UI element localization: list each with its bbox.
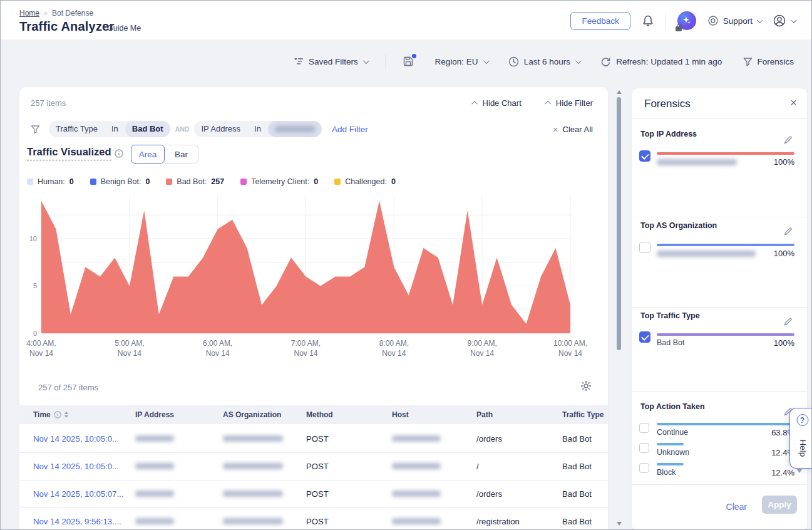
redacted-as-org — [223, 435, 283, 442]
checkbox-top-traffic-type[interactable] — [639, 331, 650, 343]
chevron-down-icon — [483, 58, 489, 64]
column-ip-address[interactable]: IP Address — [135, 410, 223, 419]
help-label: Help — [798, 440, 807, 457]
lock-icon — [676, 26, 682, 31]
sort-icon[interactable] — [64, 412, 68, 418]
chart-legend: Human:0 Benign Bot:0 Bad Bot:257 Telemet… — [27, 177, 396, 186]
items-count: 257 items — [31, 98, 66, 108]
clear-all-button[interactable]: × Clear All — [553, 124, 593, 135]
redacted-as-org — [223, 463, 283, 469]
gear-icon — [580, 380, 592, 392]
checkbox-top-ip[interactable] — [639, 150, 650, 162]
forensics-apply-button[interactable]: Apply — [762, 496, 797, 514]
table-row[interactable]: Nov 14 2025, 9:56:13.... POST /registrat… — [19, 508, 608, 530]
table-row[interactable]: Nov 14 2025, 10:05:0... POST /orders Bad… — [19, 425, 608, 453]
chart-title[interactable]: Traffic Visualized — [27, 146, 111, 160]
forensics-title: Forensics — [644, 98, 691, 110]
breadcrumb: Home › Bot Defense — [19, 9, 93, 18]
table-row[interactable]: Nov 14 2025, 10:05:07... POST /orders Ba… — [19, 481, 608, 508]
column-host[interactable]: Host — [392, 410, 476, 419]
redacted-host — [392, 463, 441, 469]
forensic-bar — [657, 152, 794, 155]
chip-field: Traffic Type — [49, 121, 105, 137]
table-settings-button[interactable] — [580, 380, 592, 392]
cell-method: POST — [306, 517, 392, 526]
filter-chip-ip-address[interactable]: IP Address In — [194, 121, 321, 137]
edit-icon[interactable] — [783, 226, 793, 236]
chevron-down-icon — [363, 58, 369, 64]
forensic-pct: 100% — [774, 338, 794, 348]
forensic-pct: 12.4% — [771, 468, 794, 477]
redacted-host — [392, 491, 441, 497]
table-row[interactable]: Nov 14 2025, 10:05:0... POST / Bad Bot — [19, 453, 608, 481]
guide-me-link[interactable]: Guide Me — [107, 24, 141, 33]
time-range-dropdown[interactable]: Last 6 hours — [508, 56, 580, 67]
forensic-value: Unknown — [657, 448, 689, 457]
svg-text:4:00 AM,: 4:00 AM, — [26, 339, 56, 348]
redacted-host — [392, 518, 441, 524]
table-summary: 257 of 257 items — [38, 383, 98, 392]
info-icon[interactable] — [115, 149, 123, 158]
filter-chip-traffic-type[interactable]: Traffic Type In Bad Bot — [49, 121, 170, 137]
scroll-up-arrow[interactable] — [617, 90, 622, 94]
time-link[interactable]: Nov 14 2025, 10:05:07... — [33, 489, 135, 499]
hide-filter-button[interactable]: Hide Filter — [547, 98, 593, 108]
vertical-scrollbar[interactable] — [616, 88, 622, 530]
chevron-down-icon — [575, 58, 582, 64]
ai-assistant-icon[interactable] — [677, 11, 696, 30]
toggle-area-button[interactable]: Area — [131, 145, 165, 164]
question-mark-icon: ? — [796, 414, 808, 426]
cell-traffic-type: Bad Bot — [562, 517, 608, 526]
time-link[interactable]: Nov 14 2025, 10:05:0... — [33, 462, 135, 471]
forensics-clear-button[interactable]: Clear — [726, 502, 747, 512]
checkbox-action-unknown[interactable] — [639, 443, 649, 453]
bell-icon[interactable] — [642, 14, 654, 27]
hide-chart-button[interactable]: Hide Chart — [473, 98, 522, 108]
svg-text:5: 5 — [33, 282, 37, 289]
support-menu[interactable]: Support — [707, 15, 761, 26]
column-traffic-type[interactable]: Traffic Type — [562, 410, 608, 419]
section-scroll-down-icon[interactable] — [797, 469, 802, 473]
checkbox-top-as-org[interactable] — [639, 242, 650, 253]
chevron-up-icon — [545, 101, 551, 107]
toolbar-divider — [385, 54, 386, 69]
edit-icon[interactable] — [783, 316, 793, 326]
checkbox-action-block[interactable] — [639, 463, 649, 473]
save-filter-button[interactable] — [403, 56, 414, 67]
cell-method: POST — [306, 462, 392, 471]
feedback-button[interactable]: Feedback — [570, 12, 630, 30]
add-filter-button[interactable]: Add Filter — [332, 125, 368, 134]
forensic-value-redacted — [657, 250, 756, 259]
region-dropdown[interactable]: Region: EU — [434, 57, 487, 66]
breadcrumb-home-link[interactable]: Home — [19, 9, 39, 18]
scrollbar-thumb[interactable] — [617, 97, 621, 350]
column-as-organization[interactable]: AS Organization — [223, 410, 306, 419]
traffic-area-chart: 05104:00 AM,Nov 145:00 AM,Nov 146:00 AM,… — [26, 192, 602, 360]
section-title-top-as-org: Top AS Organization — [640, 221, 717, 230]
legend-swatch — [90, 179, 96, 185]
help-tab[interactable]: ? Help — [789, 408, 812, 469]
close-icon[interactable]: × — [790, 96, 797, 110]
legend-item-challenged: Challenged:0 — [334, 177, 396, 186]
column-time[interactable]: Time — [33, 410, 135, 419]
saved-filters-dropdown[interactable]: Saved Filters — [294, 57, 367, 66]
checkbox-action-continue[interactable] — [639, 423, 649, 433]
page-title: Traffic Analyzer — [19, 19, 114, 34]
column-path[interactable]: Path — [476, 410, 562, 419]
time-link[interactable]: Nov 14 2025, 10:05:0... — [33, 434, 135, 444]
legend-swatch — [240, 179, 247, 185]
clock-icon — [508, 56, 519, 67]
hide-chart-label: Hide Chart — [483, 98, 522, 108]
scroll-down-arrow[interactable] — [617, 522, 622, 526]
toggle-bar-button[interactable]: Bar — [165, 145, 198, 164]
account-menu[interactable] — [773, 14, 795, 28]
edit-icon[interactable] — [783, 135, 793, 145]
refresh-icon — [600, 56, 611, 67]
time-link[interactable]: Nov 14 2025, 9:56:13.... — [33, 517, 135, 526]
account-icon — [773, 14, 786, 28]
svg-text:7:00 AM,: 7:00 AM, — [291, 339, 321, 348]
svg-text:Nov 14: Nov 14 — [558, 349, 582, 358]
forensics-toggle[interactable]: Forensics — [743, 57, 794, 66]
refresh-button[interactable]: Refresh: Updated 1 min ago — [600, 56, 722, 67]
column-method[interactable]: Method — [306, 410, 392, 419]
